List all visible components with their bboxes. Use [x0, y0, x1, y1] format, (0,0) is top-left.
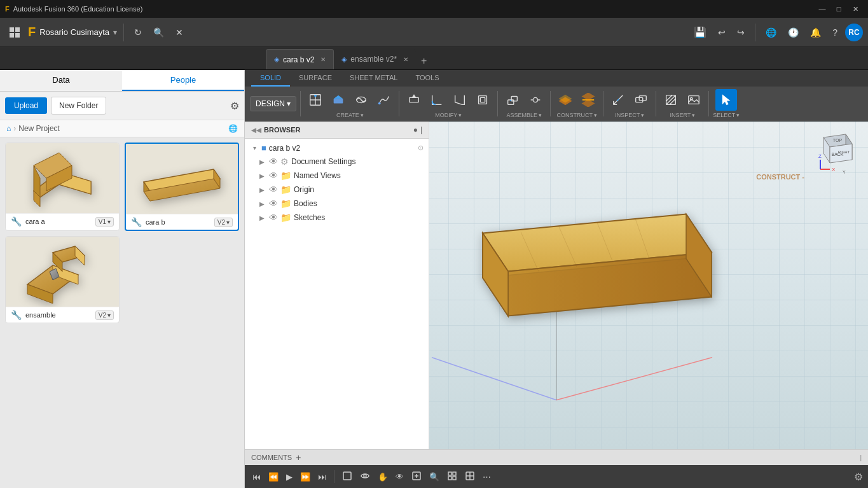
- step-back-button[interactable]: ⏪: [266, 470, 281, 484]
- new-folder-button[interactable]: New Folder: [51, 97, 106, 115]
- rtab-solid[interactable]: SOLID: [251, 70, 290, 87]
- file-card-cara-b[interactable]: 🔧 cara b V2 ▾: [125, 143, 239, 231]
- tree-doc-settings[interactable]: ▶ 👁 ⚙ Document Settings: [245, 155, 429, 169]
- tree-bodies-folder: 📁: [280, 199, 291, 209]
- tree-bodies[interactable]: ▶ 👁 📁 Bodies: [245, 197, 429, 211]
- tree-origin[interactable]: ▶ 👁 📁 Origin: [245, 183, 429, 197]
- maximize-button[interactable]: □: [831, 3, 846, 15]
- version-badge-cara-a[interactable]: V1 ▾: [95, 217, 114, 227]
- minimize-button[interactable]: —: [815, 3, 830, 15]
- clock-button[interactable]: 🕐: [784, 25, 803, 40]
- select-button[interactable]: [715, 89, 737, 111]
- version-badge-cara-b[interactable]: V2 ▾: [214, 218, 233, 227]
- ribbon-sep-3: [497, 91, 498, 116]
- tree-sketches-label: Sketches: [294, 213, 424, 222]
- grid-display-button[interactable]: [444, 468, 460, 485]
- add-comment-button[interactable]: +: [296, 452, 301, 463]
- rtab-sheet-metal[interactable]: SHEET METAL: [341, 70, 406, 87]
- tree-doc-icon: 👁: [269, 157, 278, 167]
- offset-plane-button[interactable]: [555, 89, 576, 111]
- file-card-cara-a[interactable]: 🔧 cara a V1 ▾: [5, 143, 120, 231]
- grid-menu-button[interactable]: [5, 24, 24, 41]
- zoom-button[interactable]: 🔍: [427, 470, 442, 484]
- breadcrumb-project[interactable]: New Project: [18, 124, 60, 133]
- ribbon-sep-2: [399, 91, 399, 116]
- look-button[interactable]: 👁: [393, 470, 406, 484]
- revolve-button[interactable]: [350, 89, 372, 111]
- play-button[interactable]: ▶: [284, 470, 295, 484]
- window-controls: — □ ✕: [815, 3, 863, 15]
- version-badge-ensamble[interactable]: V2 ▾: [95, 310, 114, 320]
- tab-close-1[interactable]: ✕: [320, 56, 326, 63]
- more-display-button[interactable]: ⋯: [480, 470, 493, 484]
- tab-people[interactable]: People: [122, 70, 244, 91]
- file-card-ensamble[interactable]: 🔧 ensamble V2 ▾: [5, 236, 120, 323]
- breadcrumb-action[interactable]: 🌐: [228, 124, 238, 133]
- insert-image-button[interactable]: [683, 89, 705, 111]
- browser-collapse-button[interactable]: ●: [413, 125, 418, 134]
- extrude-button[interactable]: [327, 89, 349, 111]
- user-area[interactable]: F Rosario Cusimayta ▾: [28, 25, 117, 39]
- viewcube[interactable]: TOP RIGHT BACK X Z Y: [811, 128, 862, 179]
- browser-header: ◀◀ BROWSER ● |: [245, 122, 429, 139]
- skip-end-button[interactable]: ⏭: [315, 470, 329, 484]
- tree-named-views[interactable]: ▶ 👁 📁 Named Views: [245, 169, 429, 183]
- viewport[interactable]: TOP RIGHT BACK X Z Y CONST: [245, 122, 868, 449]
- refresh-button[interactable]: ↻: [130, 25, 146, 40]
- content-area: Data People Upload New Folder ⚙ ⌂ › New …: [0, 70, 868, 488]
- orbit-button[interactable]: [357, 468, 373, 485]
- create-group: CREATE ▾: [305, 89, 395, 118]
- panel-settings-button[interactable]: ⚙: [230, 100, 239, 112]
- press-pull-button[interactable]: [403, 89, 425, 111]
- display-mode-button[interactable]: [462, 468, 478, 485]
- new-tab-button[interactable]: +: [416, 53, 432, 69]
- tab-ensamble-v2[interactable]: ◈ ensamble v2* ✕: [334, 49, 416, 69]
- 3d-object: [444, 183, 731, 375]
- user-avatar[interactable]: RC: [845, 24, 863, 41]
- tree-root-action[interactable]: ⊙: [418, 144, 424, 152]
- sweep-button[interactable]: [373, 89, 395, 111]
- frame-select-button[interactable]: [340, 468, 355, 485]
- modify-label: MODIFY ▾: [435, 112, 462, 118]
- search-button[interactable]: 🔍: [149, 25, 168, 40]
- design-dropdown[interactable]: DESIGN ▾: [250, 96, 296, 111]
- skip-start-button[interactable]: ⏮: [250, 470, 263, 484]
- svg-text:Y: Y: [843, 170, 846, 174]
- browser-back-icon[interactable]: ◀◀: [251, 127, 261, 134]
- tree-root[interactable]: ▾ ■ cara b v2 ⊙: [245, 141, 429, 155]
- new-component-button[interactable]: [502, 89, 523, 111]
- browser-pin-button[interactable]: |: [420, 125, 422, 134]
- close-panel-button[interactable]: ✕: [172, 25, 187, 40]
- joint-button[interactable]: [525, 89, 546, 111]
- fillet-button[interactable]: [426, 89, 448, 111]
- settings-button[interactable]: ⚙: [854, 471, 863, 483]
- tab-cara-b-v2[interactable]: ◈ cara b v2 ✕: [266, 49, 334, 69]
- help-button[interactable]: ?: [829, 25, 841, 40]
- interference-button[interactable]: [630, 89, 652, 111]
- svg-rect-2: [10, 33, 14, 38]
- insert-mesh-button[interactable]: [660, 89, 682, 111]
- zoom-fit-button[interactable]: [409, 468, 424, 485]
- rtab-surface[interactable]: SURFACE: [290, 70, 341, 87]
- undo-button[interactable]: ↩: [714, 25, 729, 40]
- shell-button[interactable]: [472, 89, 493, 111]
- pan-button[interactable]: ✋: [375, 470, 390, 484]
- upload-button[interactable]: Upload: [5, 97, 47, 114]
- create-sketch-button[interactable]: [305, 89, 326, 111]
- redo-button[interactable]: ↪: [733, 25, 748, 40]
- tree-sketches[interactable]: ▶ 👁 📁 Sketches: [245, 211, 429, 225]
- tab-data[interactable]: Data: [0, 70, 122, 91]
- step-forward-button[interactable]: ⏩: [298, 470, 313, 484]
- breadcrumb-home[interactable]: ⌂: [6, 124, 11, 133]
- tab-close-2[interactable]: ✕: [403, 56, 408, 63]
- midplane-button[interactable]: [577, 89, 599, 111]
- save-button[interactable]: 💾: [690, 24, 710, 41]
- rtab-tools[interactable]: TOOLS: [406, 70, 448, 87]
- measure-button[interactable]: [607, 89, 629, 111]
- bell-button[interactable]: 🔔: [806, 25, 825, 40]
- browser-panel: ◀◀ BROWSER ● | ▾ ■: [245, 122, 429, 449]
- globe-button[interactable]: 🌐: [762, 25, 780, 40]
- chamfer-button[interactable]: [449, 89, 471, 111]
- svg-point-28: [378, 102, 381, 105]
- close-button[interactable]: ✕: [848, 3, 863, 15]
